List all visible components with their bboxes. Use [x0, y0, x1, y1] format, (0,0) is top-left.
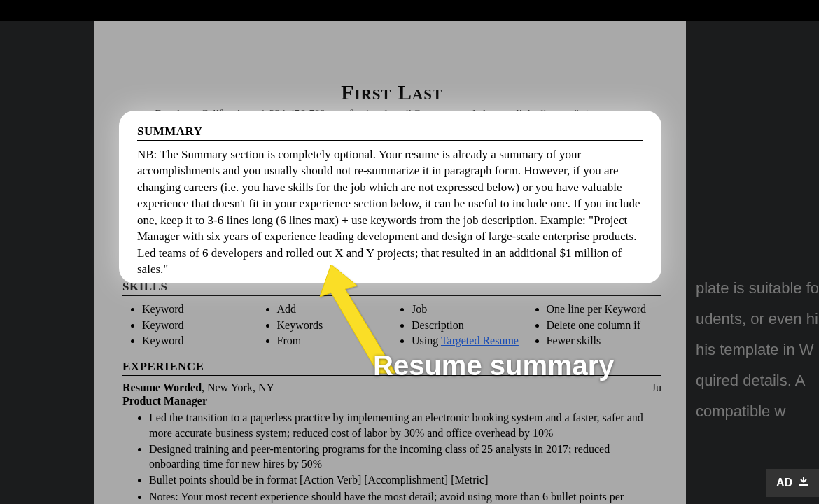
bullet-item: Notes: Your most recent experience shoul… — [149, 489, 662, 504]
summary-line-range: 3-6 lines — [208, 214, 249, 227]
download-label: AD — [776, 477, 792, 489]
skill-item: Keyword — [142, 318, 258, 333]
job1-location: , New York, NY — [202, 382, 274, 393]
bullet-item: Bullet points should be in format [Actio… — [149, 472, 662, 487]
skill-item: Keyword — [142, 302, 258, 317]
download-icon — [798, 476, 809, 490]
targeted-resume-link[interactable]: Targeted Resume — [441, 335, 519, 346]
skill-item: Delete one column if — [547, 318, 662, 333]
background-partial-text: plate is suitable fo udents, or even hi … — [696, 273, 819, 427]
summary-highlight-box: SUMMARY NB: The Summary section is compl… — [119, 111, 662, 284]
job1-dates: Ju — [652, 382, 662, 394]
callout-label: Resume summary — [373, 350, 615, 382]
skill-item: Keyword — [142, 333, 258, 349]
skill-item: One line per Keyword — [547, 302, 662, 317]
job1-header: Resume Worded, New York, NY Ju — [122, 382, 662, 394]
window-top-bar — [0, 0, 819, 21]
job1-company: Resume Worded — [122, 382, 202, 393]
job1-bullets: Led the transition to a paperless practi… — [122, 410, 662, 504]
download-button-partial[interactable]: AD — [766, 469, 819, 497]
candidate-name: First Last — [122, 80, 662, 104]
bullet-item: Designed training and peer-mentoring pro… — [149, 442, 662, 472]
summary-heading: SUMMARY — [137, 125, 643, 141]
skill-item: Description — [412, 318, 527, 333]
skill-item: Using Targeted Resume — [412, 333, 527, 349]
bullet-item: Led the transition to a paperless practi… — [149, 410, 662, 440]
summary-text: NB: The Summary section is completely op… — [137, 146, 643, 278]
job1-role: Product Manager — [122, 395, 662, 407]
skill-item: Fewer skills — [547, 333, 662, 349]
skill-item: Job — [412, 302, 527, 317]
